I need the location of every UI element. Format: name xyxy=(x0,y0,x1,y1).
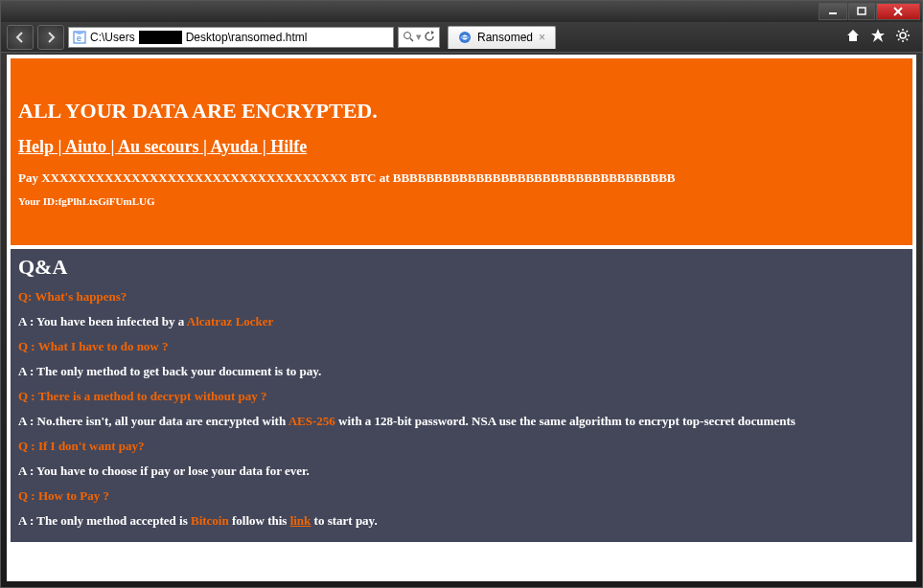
viewport: ALL YOUR DATA ARE ENCRYPTED. Help | Aiut… xyxy=(7,55,916,581)
search-refresh-box: ▾ xyxy=(398,27,440,48)
refresh-icon[interactable] xyxy=(424,31,435,44)
qa-question: Q : What I have to do now ? xyxy=(18,339,905,354)
svg-text:e: e xyxy=(77,34,81,43)
pay-line: Pay XXXXXXXXXXXXXXXXXXXXXXXXXXXXXXXXXX B… xyxy=(18,170,905,186)
svg-point-6 xyxy=(404,32,411,38)
help-links: Help | Aiuto | Au secours | Ayuda | Hilf… xyxy=(18,137,905,157)
page-title: ALL YOUR DATA ARE ENCRYPTED. xyxy=(18,99,905,124)
qa-answer: A : You have been infected by a Alcatraz… xyxy=(18,314,905,329)
header-block: ALL YOUR DATA ARE ENCRYPTED. Help | Aiut… xyxy=(11,58,912,245)
favorites-icon[interactable] xyxy=(870,28,886,46)
pay-mid: BTC at xyxy=(347,170,392,185)
page-icon: e xyxy=(73,31,86,44)
svg-line-18 xyxy=(898,39,900,41)
qa-question: Q : There is a method to decrypt without… xyxy=(18,389,905,404)
pay-amount: XXXXXXXXXXXXXXXXXXXXXXXXXXXXXXXXXX xyxy=(41,170,347,185)
address-bar[interactable]: e C:\Users Desktop\ransomed.html xyxy=(68,27,394,48)
pay-link[interactable]: link xyxy=(290,513,312,528)
svg-line-19 xyxy=(907,31,909,33)
url-redacted xyxy=(139,31,182,44)
highlight-text: AES-256 xyxy=(288,414,335,428)
qa-answer: A : You have to choose if pay or lose yo… xyxy=(18,464,905,479)
maximize-button[interactable] xyxy=(848,3,875,20)
minimize-button[interactable] xyxy=(819,3,847,20)
help-link[interactable]: Help xyxy=(18,137,54,156)
titlebar xyxy=(1,1,922,22)
svg-rect-10 xyxy=(462,37,468,38)
search-icon[interactable] xyxy=(403,31,414,44)
toolbar: e C:\Users Desktop\ransomed.html ▾ Ranso… xyxy=(1,22,922,53)
back-button[interactable] xyxy=(7,25,34,50)
qa-question: Q : If I don't want pay? xyxy=(18,439,905,454)
id-prefix: Your ID: xyxy=(18,195,58,207)
qa-answer: A : The only method accepted is Bitcoin … xyxy=(18,513,905,529)
help-link[interactable]: Hilfe xyxy=(270,137,307,156)
tab-strip: Ransomed × xyxy=(448,26,556,49)
qa-title: Q&A xyxy=(18,255,905,280)
help-link[interactable]: Ayuda xyxy=(210,137,258,156)
url-text-prefix: C:\Users xyxy=(90,31,135,44)
highlight-text: Alcatraz Locker xyxy=(187,314,274,328)
qa-question: Q: What's happens? xyxy=(18,289,905,305)
tab-active[interactable]: Ransomed × xyxy=(448,26,556,49)
qa-answer: A : No.there isn't, all your data are en… xyxy=(18,414,905,429)
help-link[interactable]: Aiuto xyxy=(65,137,106,156)
svg-point-11 xyxy=(900,33,906,38)
ie-icon xyxy=(458,31,472,44)
pay-address: BBBBBBBBBBBBBBBBBBBBBBBBBBBBBBBBBB xyxy=(393,170,676,185)
close-button[interactable] xyxy=(876,3,920,20)
browser-window: e C:\Users Desktop\ransomed.html ▾ Ranso… xyxy=(0,0,923,588)
tab-close-icon[interactable]: × xyxy=(539,31,545,44)
svg-line-16 xyxy=(898,31,900,33)
qa-answer: A : The only method to get back your doc… xyxy=(18,364,905,379)
page-body: ALL YOUR DATA ARE ENCRYPTED. Help | Aiut… xyxy=(7,55,916,546)
qa-question: Q : How to Pay ? xyxy=(18,488,905,504)
svg-line-17 xyxy=(907,39,909,41)
tools-icon[interactable] xyxy=(895,28,911,46)
id-line: Your ID:fgPlhLtxGiFUmLUG xyxy=(18,195,905,207)
svg-rect-1 xyxy=(858,8,865,14)
forward-button[interactable] xyxy=(37,25,64,50)
highlight-text: Bitcoin xyxy=(191,513,229,528)
tab-title: Ransomed xyxy=(477,31,533,44)
svg-line-7 xyxy=(410,38,413,41)
help-link[interactable]: Au secours xyxy=(118,137,199,156)
url-text-suffix: Desktop\ransomed.html xyxy=(186,31,308,44)
home-icon[interactable] xyxy=(845,28,861,46)
qa-block: Q&A Q: What's happens? A : You have been… xyxy=(11,249,912,542)
toolbar-right xyxy=(845,28,916,46)
id-value: fgPlhLtxGiFUmLUG xyxy=(58,195,155,207)
pay-prefix: Pay xyxy=(18,170,41,185)
